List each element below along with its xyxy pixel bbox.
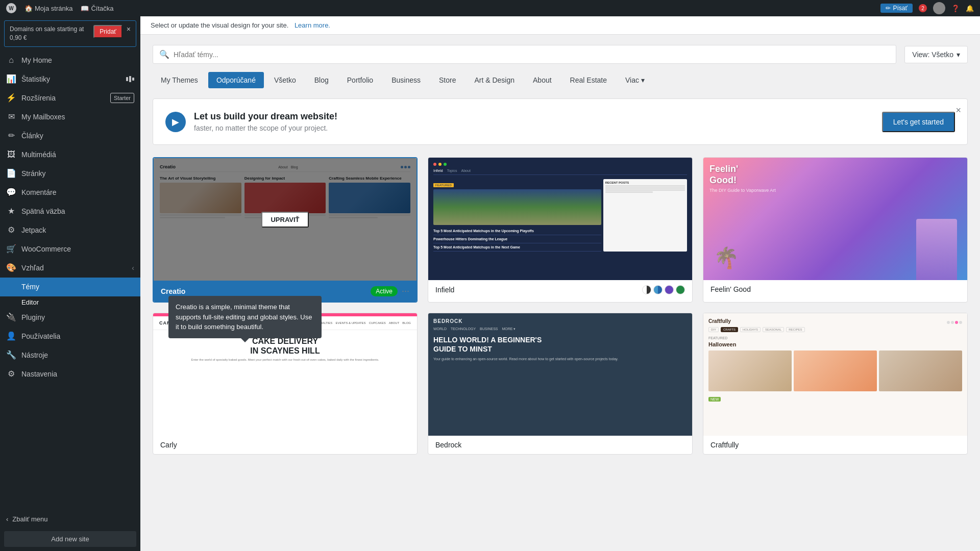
sidebar-item-stranky[interactable]: 📄 Stránky (0, 164, 140, 183)
promo-card-left: ▶ Let us build your dream website! faste… (165, 111, 337, 132)
theme-card-feelgood[interactable]: 🌴 Feelin'Good! The DIY Guide to Vaporwav… (703, 157, 968, 303)
tag-holidays: HOLIDAYS (740, 327, 761, 332)
tab-portfolio[interactable]: Portfolio (339, 72, 381, 88)
theme-card-creatio[interactable]: Creatio About Blog (153, 157, 418, 303)
promo-card-text: Let us build your dream website! faster,… (194, 111, 337, 132)
sidebar-item-vzhladl[interactable]: 🎨 Vzhľad ‹ (0, 259, 140, 278)
sidebar-item-jetpack[interactable]: ⚙ Jetpack (0, 221, 140, 240)
tab-vsetko[interactable]: Všetko (266, 72, 304, 88)
theme-tooltip: Creatio is a simple, minimal theme that … (168, 296, 322, 338)
sidebar-item-nastavenia[interactable]: ⚙ Nastavenia (0, 365, 140, 384)
bedrock-hero-title: HELLO WORLD! A BEGINNER'SGUIDE TO MINST (433, 335, 687, 354)
swatch-2[interactable] (653, 285, 663, 294)
comments-icon: 💬 (6, 187, 16, 197)
carly-nav-about: ABOUT (389, 321, 400, 324)
editor-label: Editor (21, 298, 39, 306)
promo-cta-button[interactable]: Let's get started (882, 112, 955, 132)
creatio-more-button[interactable]: ··· (402, 286, 409, 296)
sidebar-item-mailboxes[interactable]: ✉ My Mailboxes (0, 108, 140, 127)
add-new-site-button[interactable]: Add new site (4, 531, 136, 547)
sidebar-item-statistiky[interactable]: 📊 Štatistiky (0, 70, 140, 89)
infield-dot-g (444, 163, 447, 166)
creatio-footer-actions: Active ··· (371, 286, 409, 296)
sidebar-item-my-home[interactable]: ⌂ My Home (0, 51, 140, 70)
write-label: Písať (893, 5, 908, 12)
sidebar-item-clanky[interactable]: ✏ Články (0, 127, 140, 145)
search-input[interactable] (174, 51, 890, 59)
sidebar-item-pouzivatelia[interactable]: 👤 Používatelia (0, 327, 140, 346)
notice-add-button[interactable]: Pridať (93, 25, 122, 38)
sidebar-sub-editor[interactable]: Editor (0, 296, 140, 308)
carly-nav-menu: CUPCAKES (369, 321, 386, 324)
sidebar-item-komentare[interactable]: 💬 Komentáre (0, 183, 140, 202)
tab-art-design-label: Art & Design (474, 76, 514, 84)
promo-card-close-button[interactable]: × (955, 105, 961, 116)
craftfully-post-title: Halloween (708, 341, 962, 347)
help-icon[interactable]: ❓ (951, 5, 960, 12)
tab-about[interactable]: About (525, 72, 560, 88)
craftfully-header: Craftfully (708, 318, 962, 324)
site-name-link[interactable]: 🏠 Moja stránka (24, 5, 72, 12)
feedback-icon: ★ (6, 206, 16, 216)
bedrock-footer: Bedrock (428, 436, 692, 454)
sidebar-nastavenia-label: Nastavenia (21, 369, 57, 380)
promo-banner-link[interactable]: Learn more. (295, 21, 330, 29)
carly-name: Carly (160, 441, 177, 449)
infield-preview: Infield Topics About FEATURED Top 5 Most… (428, 158, 692, 280)
sidebar-item-woocommerce[interactable]: 🛒 WooCommerce (0, 240, 140, 259)
sidebar-item-rozsirenia[interactable]: ⚡ Rozšírenia Starter (0, 89, 140, 108)
craftfully-footer: Craftfully (703, 436, 967, 454)
plugins-icon: 🔌 (6, 312, 16, 322)
tab-art-design[interactable]: Art & Design (466, 72, 523, 88)
reader-link[interactable]: 📖 Čítačka (81, 5, 113, 12)
theme-card-infield[interactable]: Infield Topics About FEATURED Top 5 Most… (428, 157, 693, 303)
sidebar-item-pluginy[interactable]: 🔌 Pluginy (0, 308, 140, 327)
avatar[interactable] (933, 2, 945, 14)
feelgood-footer: Feelin' Good (703, 280, 967, 298)
swatch-1[interactable] (642, 285, 651, 294)
write-button[interactable]: ✏ Písať (880, 4, 913, 13)
wp-logo-icon[interactable]: W (6, 3, 16, 13)
sidebar-spatnavazba-label: Spätná väzba (21, 206, 65, 217)
jetpack-icon: ⚙ (6, 225, 16, 235)
settings-icon: ⚙ (6, 369, 16, 379)
theme-card-bedrock[interactable]: BEDROCK WORLD TECHNOLOGY BUSINESS MORE ▾… (428, 313, 693, 455)
tab-store-label: Store (439, 76, 456, 84)
sidebar-menu: ⌂ My Home 📊 Štatistiky ⚡ Rozšírenia Star… (0, 51, 140, 511)
swatch-3[interactable] (665, 285, 674, 294)
bedrock-body-text: Your guide to enhancing an open-source w… (433, 357, 687, 362)
bell-icon[interactable]: 🔔 (966, 5, 974, 12)
users-icon: 👤 (6, 331, 16, 341)
posts-icon: ✏ (6, 131, 16, 141)
tab-portfolio-label: Portfolio (347, 76, 373, 84)
sidebar-pluginy-label: Pluginy (21, 312, 45, 323)
promo-card-icon: ▶ (165, 112, 186, 132)
infield-featured-badge: FEATURED (433, 183, 454, 187)
notice-close-button[interactable]: × (127, 25, 131, 33)
craftfully-img-grid (708, 350, 962, 391)
infield-nav: Infield Topics About (433, 169, 687, 175)
swatch-4[interactable] (676, 285, 685, 294)
stats-bars (126, 76, 134, 82)
reader-icon: 📖 (81, 5, 89, 12)
view-button[interactable]: View: Všetko ▾ (904, 46, 968, 63)
creatio-edit-button[interactable]: UPRAVIŤ (261, 212, 308, 228)
tab-my-themes[interactable]: My Themes (153, 72, 206, 88)
sidebar-item-nastroje[interactable]: 🔧 Nástroje (0, 346, 140, 365)
tab-viac[interactable]: Viac ▾ (617, 72, 653, 88)
tab-odporucane[interactable]: Odporúčané (208, 72, 264, 88)
feelgood-name: Feelin' Good (710, 285, 751, 293)
tab-store[interactable]: Store (431, 72, 464, 88)
carly-hero-title: CAKE DELIVERYIN SCAYNES HILL (159, 336, 411, 356)
tab-blog[interactable]: Blog (306, 72, 337, 88)
notification-area[interactable]: 2 (919, 4, 927, 12)
sidebar-item-temy[interactable]: Témy (0, 278, 140, 296)
theme-card-craftfully[interactable]: Craftfully DIY CRAFTS (703, 313, 968, 455)
collapse-menu-button[interactable]: ‹ Zbaliť menu (0, 511, 140, 527)
tab-business[interactable]: Business (383, 72, 429, 88)
tab-real-estate[interactable]: Real Estate (562, 72, 615, 88)
sidebar-item-spatna-vazba[interactable]: ★ Spätná väzba (0, 202, 140, 221)
admin-bar: W 🏠 Moja stránka 📖 Čítačka ✏ Písať 2 ❓ 🔔 (0, 0, 980, 16)
collapse-arrow-icon: ‹ (6, 515, 8, 523)
sidebar-item-multimedia[interactable]: 🖼 Multimédiá (0, 145, 140, 164)
